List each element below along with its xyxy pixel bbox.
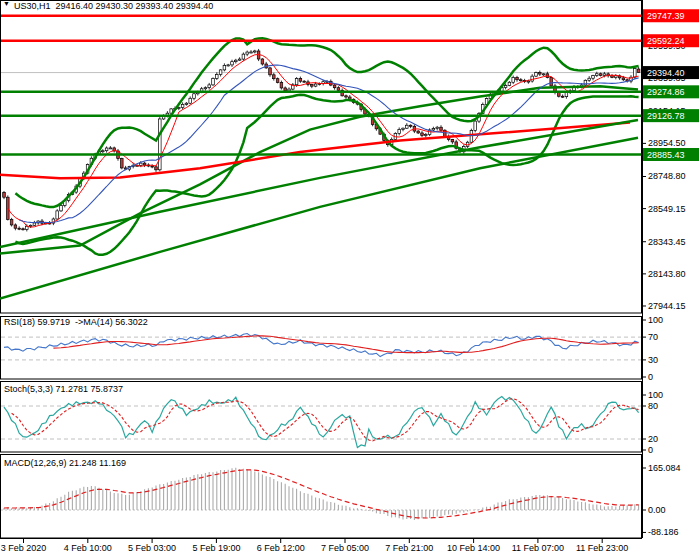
time-axis[interactable]: 3 Feb 20204 Feb 10:005 Feb 03:005 Feb 19… <box>0 538 642 553</box>
svg-text:29126.78: 29126.78 <box>647 111 685 121</box>
svg-text:10 Feb 14:00: 10 Feb 14:00 <box>447 543 500 553</box>
svg-text:70: 70 <box>648 332 658 342</box>
svg-text:29747.39: 29747.39 <box>647 11 685 21</box>
price-axis[interactable]: 29559.5029359.8529154.1528954.5028748.80… <box>642 0 699 538</box>
svg-text:0: 0 <box>648 372 653 382</box>
svg-text:29274.86: 29274.86 <box>647 87 685 97</box>
svg-text:5 Feb 03:00: 5 Feb 03:00 <box>128 543 176 553</box>
svg-text:6 Feb 12:00: 6 Feb 12:00 <box>257 543 305 553</box>
svg-text:7 Feb 05:00: 7 Feb 05:00 <box>321 543 369 553</box>
svg-text:28143.80: 28143.80 <box>648 269 686 279</box>
chart-title-ohlc: US30,H1 29416.40 29430.30 29393.40 29394… <box>14 1 213 12</box>
svg-text:28748.80: 28748.80 <box>648 171 686 181</box>
svg-text:29394.40: 29394.40 <box>647 68 685 78</box>
svg-text:20: 20 <box>648 434 658 444</box>
main-price-panel <box>0 1 642 314</box>
svg-text:100: 100 <box>648 390 663 400</box>
svg-text:27944.15: 27944.15 <box>648 301 686 311</box>
svg-text:11 Feb 23:00: 11 Feb 23:00 <box>576 543 628 553</box>
svg-text:0.00: 0.00 <box>648 505 666 515</box>
svg-text:11 Feb 07:00: 11 Feb 07:00 <box>512 543 564 553</box>
rsi-indicator-label: RSI(18) 59.9719 ->MA(14) 56.3022 <box>4 317 148 328</box>
svg-text:165.084: 165.084 <box>648 463 681 473</box>
svg-text:0: 0 <box>648 445 653 455</box>
svg-text:3 Feb 2020: 3 Feb 2020 <box>1 543 47 553</box>
symbol-dropdown-arrow-icon[interactable]: ▼ <box>3 0 10 7</box>
svg-text:7 Feb 21:00: 7 Feb 21:00 <box>385 543 433 553</box>
svg-text:29592.24: 29592.24 <box>647 36 685 46</box>
svg-text:4 Feb 10:00: 4 Feb 10:00 <box>64 543 112 553</box>
svg-text:30: 30 <box>648 355 658 365</box>
svg-text:28954.50: 28954.50 <box>648 138 686 148</box>
svg-text:80: 80 <box>648 401 658 411</box>
svg-text:28343.45: 28343.45 <box>648 237 686 247</box>
svg-text:100: 100 <box>648 315 663 325</box>
chart-canvas[interactable]: 29559.5029359.8529154.1528954.5028748.80… <box>0 0 700 560</box>
chart-window: 29559.5029359.8529154.1528954.5028748.80… <box>0 0 700 560</box>
svg-text:28885.43: 28885.43 <box>647 150 685 160</box>
svg-text:5 Feb 19:00: 5 Feb 19:00 <box>192 543 240 553</box>
macd-indicator-label: MACD(12,26,9) 21.248 11.169 <box>4 458 126 469</box>
stoch-indicator-label: Stoch(5,3,3) 71.2781 75.8737 <box>4 384 123 395</box>
svg-text:-88.186: -88.186 <box>648 527 679 537</box>
svg-text:28549.15: 28549.15 <box>648 204 686 214</box>
